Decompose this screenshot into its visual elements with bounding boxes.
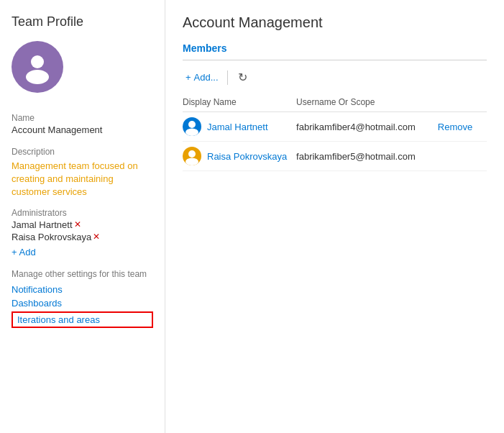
member-avatar-icon bbox=[183, 147, 201, 165]
col-header-username: Username Or Scope bbox=[296, 94, 438, 112]
team-name-value: Account Management bbox=[12, 124, 153, 135]
member-name-cell: Jamal Hartnett bbox=[183, 112, 296, 142]
manage-settings-label: Manage other settings for this team bbox=[12, 269, 153, 281]
admin-item: Raisa Pokrovskaya ✕ bbox=[12, 232, 153, 242]
svg-point-3 bbox=[185, 129, 198, 137]
svg-point-2 bbox=[188, 121, 196, 128]
member-action-cell bbox=[438, 142, 487, 171]
member-email: fabrikamfiber5@hotmail.com bbox=[296, 151, 416, 162]
admin-item: Jamal Hartnett ✕ bbox=[12, 219, 153, 230]
member-email-cell: fabrikamfiber4@hotmail.com bbox=[296, 112, 438, 142]
member-email-cell: fabrikamfiber5@hotmail.com bbox=[296, 142, 438, 171]
iterations-areas-link[interactable]: Iterations and areas bbox=[12, 311, 153, 328]
notifications-link[interactable]: Notifications bbox=[12, 284, 153, 295]
team-description: Management team focused on creating and … bbox=[12, 160, 153, 199]
remove-admin-1[interactable]: ✕ bbox=[74, 219, 81, 229]
member-name[interactable]: Raisa Pokrovskaya bbox=[207, 151, 287, 162]
sidebar-title: Team Profile bbox=[12, 14, 153, 29]
members-toolbar: + Add... ↻ bbox=[183, 69, 487, 86]
team-avatar bbox=[12, 41, 63, 93]
remove-member-link[interactable]: Remove bbox=[438, 122, 472, 132]
members-table: Display Name Username Or Scope Jamal Har… bbox=[183, 94, 487, 171]
member-avatar bbox=[183, 117, 201, 136]
member-avatar bbox=[183, 147, 201, 165]
member-email: fabrikamfiber4@hotmail.com bbox=[296, 122, 416, 132]
toolbar-divider bbox=[227, 70, 228, 85]
member-action-cell: Remove bbox=[438, 112, 487, 142]
add-member-button[interactable]: + Add... bbox=[183, 69, 221, 86]
description-label: Description bbox=[12, 147, 153, 157]
sidebar: Team Profile Name Account Management Des… bbox=[0, 0, 165, 433]
add-admin-link[interactable]: + Add bbox=[12, 247, 153, 257]
admin-name-1: Jamal Hartnett bbox=[12, 219, 73, 230]
svg-point-4 bbox=[188, 150, 196, 158]
administrators-label: Administrators bbox=[12, 208, 153, 218]
main-content: Account Management Members + Add... ↻ Di… bbox=[165, 0, 504, 433]
svg-point-1 bbox=[26, 70, 49, 84]
table-row: Jamal Hartnett fabrikamfiber4@hotmail.co… bbox=[183, 112, 487, 142]
add-label: Add... bbox=[194, 72, 219, 83]
section-divider bbox=[183, 60, 487, 60]
svg-point-0 bbox=[31, 55, 44, 68]
table-header-row: Display Name Username Or Scope bbox=[183, 94, 487, 112]
members-section-header: Members bbox=[183, 42, 487, 54]
add-icon: + bbox=[185, 72, 191, 83]
svg-point-5 bbox=[185, 158, 198, 166]
remove-admin-2[interactable]: ✕ bbox=[93, 232, 100, 242]
main-title: Account Management bbox=[183, 14, 487, 31]
refresh-icon: ↻ bbox=[238, 70, 247, 84]
member-avatar-icon bbox=[183, 117, 201, 136]
member-name[interactable]: Jamal Hartnett bbox=[207, 122, 268, 132]
col-header-display-name: Display Name bbox=[183, 94, 296, 112]
refresh-button[interactable]: ↻ bbox=[234, 69, 252, 86]
member-name-cell: Raisa Pokrovskaya bbox=[183, 142, 296, 171]
dashboards-link[interactable]: Dashboards bbox=[12, 298, 153, 309]
col-header-action bbox=[438, 94, 487, 112]
team-avatar-icon bbox=[20, 50, 55, 84]
name-label: Name bbox=[12, 113, 153, 123]
table-row: Raisa Pokrovskaya fabrikamfiber5@hotmail… bbox=[183, 142, 487, 171]
admin-name-2: Raisa Pokrovskaya bbox=[12, 232, 91, 242]
